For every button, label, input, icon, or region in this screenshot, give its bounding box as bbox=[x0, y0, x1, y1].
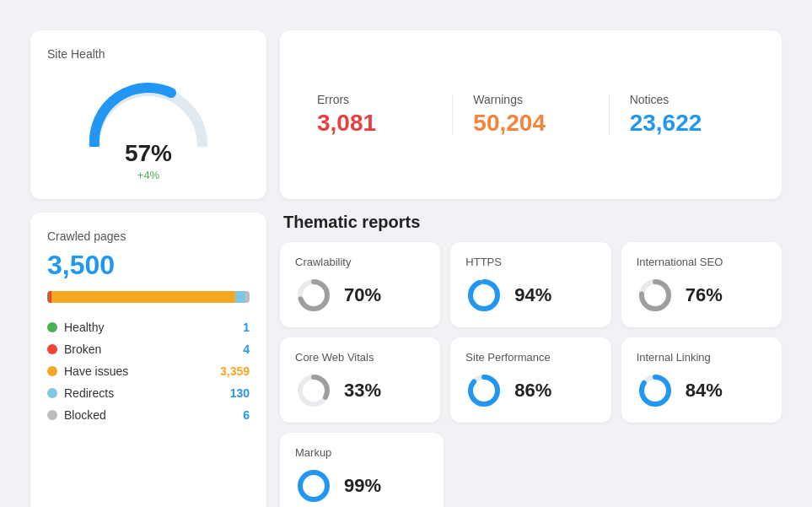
report-label-internal-linking: Internal Linking bbox=[637, 351, 766, 364]
report-content-markup: 99% bbox=[295, 467, 428, 504]
markup-row: Markup 99% bbox=[280, 433, 782, 507]
stats-bar: Errors 3,081 Warnings 50,204 Notices 23,… bbox=[280, 30, 782, 199]
gauge-change: +4% bbox=[137, 169, 159, 181]
errors-value: 3,081 bbox=[317, 110, 432, 137]
percent-site-performance: 86% bbox=[514, 380, 551, 402]
percent-crawlability: 70% bbox=[344, 284, 381, 306]
label-healthy: Healthy bbox=[64, 321, 104, 334]
report-content-site-performance: 86% bbox=[465, 372, 595, 409]
count-blocked: 6 bbox=[243, 408, 250, 422]
percent-international-seo: 76% bbox=[686, 284, 723, 306]
report-content-internal-linking: 84% bbox=[637, 372, 766, 409]
report-label-core-web-vitals: Core Web Vitals bbox=[295, 351, 425, 364]
dot-blocked bbox=[47, 410, 57, 420]
bar-redirects bbox=[235, 291, 245, 303]
legend-item-redirects[interactable]: Redirects 130 bbox=[47, 382, 250, 404]
report-label-markup: Markup bbox=[295, 446, 428, 459]
report-content-international-seo: 76% bbox=[637, 277, 766, 314]
crawled-pages-card: Crawled pages 3,500 Healthy 1 Broken bbox=[30, 213, 266, 507]
label-broken: Broken bbox=[64, 342, 101, 356]
site-health-title: Site Health bbox=[47, 47, 105, 61]
report-content-core-web-vitals: 33% bbox=[295, 372, 425, 409]
donut-crawlability bbox=[295, 277, 332, 314]
count-healthy: 1 bbox=[243, 321, 250, 334]
label-redirects: Redirects bbox=[64, 386, 114, 400]
report-site-performance[interactable]: Site Performance 86% bbox=[450, 337, 610, 423]
warnings-value: 50,204 bbox=[473, 110, 588, 137]
gauge-container: 57% +4% bbox=[47, 71, 250, 182]
notices-stat: Notices 23,622 bbox=[610, 79, 765, 150]
donut-core-web-vitals bbox=[295, 372, 332, 409]
warnings-stat: Warnings 50,204 bbox=[453, 79, 608, 150]
dashboard: Site Health 57% +4% Errors 3,081 Warning… bbox=[13, 13, 799, 507]
report-markup[interactable]: Markup 99% bbox=[280, 433, 444, 507]
thematic-grid: Crawlability 70% HTTPS 94% bbox=[280, 242, 782, 423]
count-broken: 4 bbox=[243, 342, 250, 356]
report-international-seo[interactable]: International SEO 76% bbox=[621, 242, 782, 327]
report-content-crawlability: 70% bbox=[295, 277, 425, 314]
dot-redirects bbox=[47, 388, 57, 398]
dot-broken bbox=[47, 344, 57, 354]
notices-label: Notices bbox=[630, 93, 745, 106]
donut-https bbox=[465, 277, 503, 314]
svg-point-3 bbox=[471, 282, 497, 309]
legend-item-blocked[interactable]: Blocked 6 bbox=[47, 404, 250, 426]
crawled-legend: Healthy 1 Broken 4 Have issues 3,359 bbox=[47, 316, 250, 426]
notices-value: 23,622 bbox=[630, 110, 745, 137]
legend-item-healthy[interactable]: Healthy 1 bbox=[47, 316, 250, 338]
report-core-web-vitals[interactable]: Core Web Vitals 33% bbox=[280, 337, 440, 423]
crawled-count: 3,500 bbox=[47, 250, 250, 281]
svg-point-9 bbox=[471, 377, 497, 404]
thematic-title: Thematic reports bbox=[280, 213, 782, 232]
site-health-card: Site Health 57% +4% bbox=[30, 30, 266, 199]
report-crawlability[interactable]: Crawlability 70% bbox=[280, 242, 440, 327]
donut-international-seo bbox=[637, 277, 674, 314]
warnings-label: Warnings bbox=[473, 93, 588, 106]
legend-item-issues[interactable]: Have issues 3,359 bbox=[47, 360, 250, 382]
percent-internal-linking: 84% bbox=[686, 380, 723, 402]
report-label-international-seo: International SEO bbox=[637, 256, 766, 268]
bar-blocked bbox=[245, 291, 250, 303]
percent-https: 94% bbox=[514, 284, 551, 306]
percent-core-web-vitals: 33% bbox=[344, 380, 381, 402]
svg-point-11 bbox=[642, 377, 669, 404]
thematic-area: Thematic reports Crawlability 70% HTTPS bbox=[280, 213, 782, 507]
crawled-bar-chart bbox=[47, 291, 250, 303]
report-https[interactable]: HTTPS 94% bbox=[450, 242, 610, 327]
gauge-percent: 57% bbox=[125, 140, 172, 167]
errors-label: Errors bbox=[317, 93, 432, 106]
donut-markup bbox=[295, 467, 332, 504]
dot-healthy bbox=[47, 322, 57, 332]
donut-internal-linking bbox=[637, 372, 674, 409]
bar-issues bbox=[51, 291, 235, 303]
markup-spacer bbox=[454, 433, 782, 507]
dot-issues bbox=[47, 366, 57, 376]
report-content-https: 94% bbox=[465, 277, 595, 314]
count-issues: 3,359 bbox=[220, 364, 250, 378]
gauge-text: 57% +4% bbox=[125, 140, 172, 182]
percent-markup: 99% bbox=[344, 475, 381, 497]
svg-point-13 bbox=[300, 472, 327, 499]
gauge-svg bbox=[81, 71, 216, 147]
label-issues: Have issues bbox=[64, 364, 128, 378]
label-blocked: Blocked bbox=[64, 408, 106, 422]
count-redirects: 130 bbox=[230, 386, 250, 400]
report-label-https: HTTPS bbox=[465, 256, 595, 268]
report-internal-linking[interactable]: Internal Linking 84% bbox=[621, 337, 782, 423]
legend-item-broken[interactable]: Broken 4 bbox=[47, 338, 250, 360]
errors-stat: Errors 3,081 bbox=[297, 79, 452, 150]
donut-site-performance bbox=[465, 372, 503, 409]
crawled-pages-title: Crawled pages bbox=[47, 229, 250, 243]
report-label-crawlability: Crawlability bbox=[295, 256, 425, 268]
report-label-site-performance: Site Performance bbox=[465, 351, 595, 364]
